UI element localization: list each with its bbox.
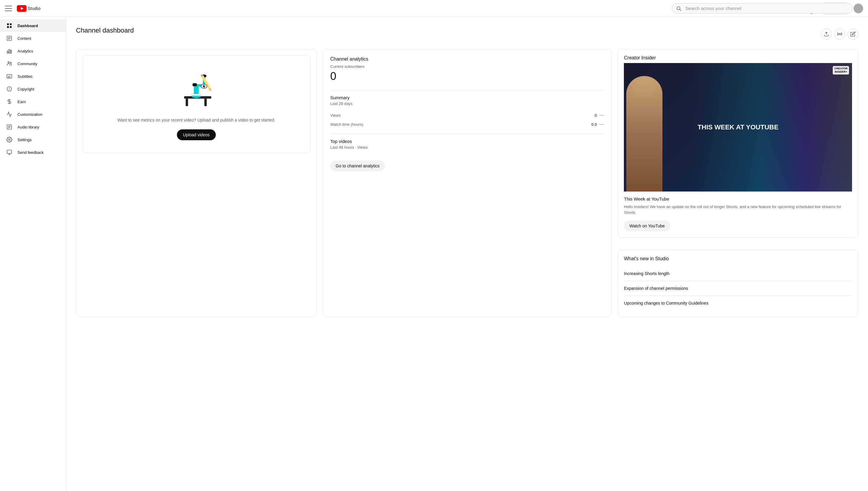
header-left: Studio <box>5 5 41 12</box>
menu-icon[interactable] <box>5 6 12 11</box>
search-icon <box>676 6 681 11</box>
sidebar-item-subtitles-label: Subtitles <box>18 74 33 79</box>
upload-illustration <box>169 67 223 110</box>
live-button[interactable] <box>834 29 845 39</box>
svg-rect-28 <box>7 150 12 154</box>
views-dash: — <box>599 113 604 118</box>
creator-card-body: This Week at YouTube Hello Insiders! We … <box>618 196 858 237</box>
audio-icon <box>6 124 13 130</box>
upload-card-text: Want to see metrics on your recent video… <box>117 117 275 123</box>
whats-new-item-1[interactable]: Expansion of channel permissions <box>624 281 852 296</box>
svg-rect-34 <box>186 98 188 106</box>
svg-text:©: © <box>8 88 10 91</box>
studio-logo-text: Studio <box>28 6 41 11</box>
upload-videos-button[interactable]: Upload videos <box>177 129 216 140</box>
content-icon <box>6 35 13 41</box>
summary-title: Summary <box>330 95 604 100</box>
watch-youtube-button[interactable]: Watch on YouTube <box>624 221 670 231</box>
dashboard-grid: Want to see metrics on your recent video… <box>76 49 858 317</box>
subscribers-label: Current subscribers <box>330 64 604 69</box>
sidebar-item-audio-library[interactable]: Audio library <box>0 121 66 133</box>
search-bar[interactable] <box>672 3 852 13</box>
badge-line1: CREATOR <box>834 67 847 70</box>
views-label: Views <box>330 113 341 118</box>
views-value: 0 — <box>595 113 604 118</box>
copyright-icon: © <box>6 86 13 92</box>
toolbar-icons <box>821 29 858 39</box>
feedback-icon <box>6 149 13 155</box>
sidebar-item-send-feedback-label: Send feedback <box>18 150 44 155</box>
whats-new-item-1-text: Expansion of channel permissions <box>624 286 688 291</box>
svg-point-47 <box>203 85 205 87</box>
youtube-logo-icon <box>17 5 27 12</box>
sidebar-item-audio-library-label: Audio library <box>18 125 39 129</box>
subscribers-count: 0 <box>330 70 604 83</box>
creator-video-title: This Week at YouTube <box>624 196 852 201</box>
svg-rect-13 <box>9 50 10 53</box>
logo[interactable]: Studio <box>17 5 41 12</box>
svg-rect-12 <box>7 51 8 53</box>
page-title: Channel dashboard <box>76 27 134 34</box>
whats-new-item-0-text: Increasing Shorts length <box>624 271 670 276</box>
avatar[interactable] <box>854 4 863 13</box>
summary-period: Last 28 days <box>330 102 604 106</box>
sidebar: Dashboard Content Analytics Community <box>0 17 66 491</box>
creator-card-header: Creator Insider <box>618 49 858 61</box>
sidebar-item-copyright[interactable]: © Copyright <box>0 83 66 95</box>
watch-time-label: Watch time (hours) <box>330 122 363 127</box>
svg-rect-5 <box>10 24 12 25</box>
watch-time-dash: — <box>599 121 604 127</box>
svg-point-27 <box>9 139 10 141</box>
creator-person <box>626 76 662 192</box>
upload-card: Want to see metrics on your recent video… <box>76 49 317 317</box>
sidebar-item-send-feedback[interactable]: Send feedback <box>0 146 66 158</box>
creator-thumbnail-text: THIS WEEK AT YOUTUBE <box>691 117 784 137</box>
upload-card-inner: Want to see metrics on your recent video… <box>82 55 310 153</box>
sidebar-item-customization[interactable]: Customization <box>0 108 66 121</box>
sidebar-item-community[interactable]: Community <box>0 57 66 70</box>
svg-point-2 <box>677 7 680 10</box>
sidebar-item-content[interactable]: Content <box>0 32 66 45</box>
svg-rect-40 <box>193 83 197 86</box>
header: Studio ? ⊞ Create <box>0 0 868 17</box>
search-input[interactable] <box>672 3 852 13</box>
creator-hair <box>632 79 656 97</box>
whats-new-item-0[interactable]: Increasing Shorts length <box>624 266 852 281</box>
top-videos-divider <box>330 134 604 134</box>
sidebar-item-dashboard[interactable]: Dashboard <box>0 19 66 32</box>
svg-point-16 <box>10 62 11 63</box>
svg-rect-42 <box>192 94 201 96</box>
analytics-icon <box>6 48 13 54</box>
sidebar-item-settings[interactable]: Settings <box>0 133 66 146</box>
watch-time-number: 0.0 <box>591 122 597 127</box>
sidebar-item-community-label: Community <box>18 61 37 66</box>
sidebar-item-earn-label: Earn <box>18 99 26 104</box>
top-videos-title: Top videos <box>330 139 604 144</box>
views-number: 0 <box>595 113 597 118</box>
top-videos-period: Last 48 hours · Views <box>330 145 604 150</box>
sidebar-item-analytics[interactable]: Analytics <box>0 45 66 57</box>
svg-rect-14 <box>10 50 11 53</box>
go-analytics-button[interactable]: Go to channel analytics <box>330 161 385 171</box>
watch-time-value: 0.0 — <box>591 121 604 127</box>
community-icon <box>6 60 13 67</box>
subtitles-icon <box>6 73 13 80</box>
edit-button[interactable] <box>847 29 858 39</box>
customization-icon <box>6 111 13 118</box>
creator-insider-card: Creator Insider <box>618 49 858 238</box>
sidebar-item-subtitles[interactable]: Subtitles <box>0 70 66 83</box>
svg-rect-4 <box>7 24 9 25</box>
whats-new-item-2[interactable]: Upcoming changes to Community Guidelines <box>624 296 852 310</box>
svg-point-48 <box>204 85 205 86</box>
svg-rect-35 <box>204 98 207 106</box>
sidebar-item-customization-label: Customization <box>18 112 42 117</box>
views-metric-row: Views 0 — <box>330 111 604 120</box>
earn-icon <box>6 98 13 105</box>
upload-button[interactable] <box>821 29 832 39</box>
sidebar-item-analytics-label: Analytics <box>18 49 33 53</box>
creator-thumbnail[interactable]: CREATOR INSIDER+ THIS WEEK AT YOUTUBE <box>624 63 852 192</box>
sidebar-item-content-label: Content <box>18 36 31 41</box>
svg-rect-6 <box>7 26 9 28</box>
sidebar-item-earn[interactable]: Earn <box>0 95 66 108</box>
watch-time-metric-row: Watch time (hours) 0.0 — <box>330 120 604 129</box>
